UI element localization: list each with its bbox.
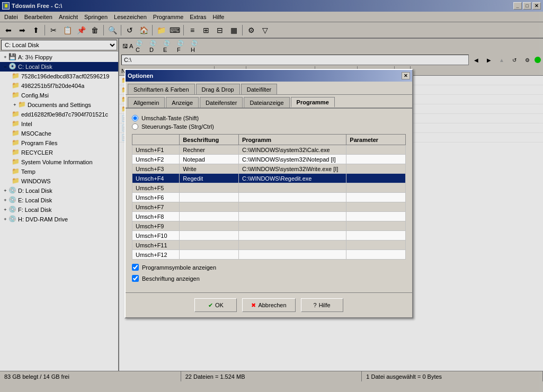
radio-steuerung-row: Steuerungs-Taste (Strg/Ctrl) (132, 123, 406, 130)
cancel-label: Abbrechen (258, 302, 286, 308)
tab-dateifilter[interactable]: Dateifilter (241, 84, 277, 94)
table-row-f8[interactable]: Umsch+F8 (132, 212, 406, 221)
th-param[interactable]: Parameter (346, 135, 406, 145)
program-f5 (238, 183, 346, 193)
ok-icon: ✔ (208, 302, 213, 309)
checkbox-labels-row: Beschriftung anzeigen (132, 275, 406, 282)
checkbox-icons-label: Programmsymbole anzeigen (142, 264, 216, 271)
key-f4: Umsch+F4 (132, 174, 180, 183)
program-f12 (238, 250, 346, 260)
table-row-f5[interactable]: Umsch+F5 (132, 183, 406, 193)
help-icon: ? (314, 302, 317, 308)
tab-drag-drop[interactable]: Drag & Drop (196, 84, 240, 94)
shortcut-table: Beschriftung Programm Parameter Umsch+F1… (132, 134, 406, 260)
param-f3 (346, 164, 406, 174)
program-f7 (238, 202, 346, 212)
program-f3: C:\WINDOWS\system32\Write.exe [I] (238, 164, 346, 174)
param-f6 (346, 193, 406, 202)
table-row-f11[interactable]: Umsch+F11 (132, 240, 406, 250)
help-label: Hilfe (319, 302, 331, 308)
checkbox-show-labels[interactable] (132, 275, 139, 282)
table-header-row: Beschriftung Programm Parameter (132, 135, 406, 145)
table-row-f6[interactable]: Umsch+F6 (132, 193, 406, 202)
tab-schriftarten[interactable]: Schriftarten & Farben (128, 84, 195, 94)
ok-label: OK (215, 302, 224, 308)
dialog-tabs-row2: Allgemein Anzeige Dateifenster Dateianze… (126, 95, 412, 109)
param-f1 (346, 145, 406, 155)
dialog-overlay: Optionen ✕ Schriftarten & Farben Drag & … (0, 0, 543, 392)
modifier-key-group: Umschalt-Taste (Shift) Steuerungs-Taste … (132, 115, 406, 130)
cancel-button[interactable]: ✖ Abbrechen (242, 298, 295, 312)
tab-dateianzeige[interactable]: Dateianzeige (244, 97, 289, 108)
radio-umschalt[interactable] (132, 115, 138, 121)
label-f3[interactable]: Write (180, 164, 239, 174)
label-f11[interactable] (180, 240, 239, 250)
table-row-f4[interactable]: Umsch+F4 Regedit C:\WINDOWS\Regedit.exe (132, 174, 406, 183)
radio-steuerung-label: Steuerungs-Taste (Strg/Ctrl) (141, 123, 214, 130)
key-f11: Umsch+F11 (132, 240, 180, 250)
program-f8 (238, 212, 346, 221)
table-row-f12[interactable]: Umsch+F12 (132, 250, 406, 260)
key-f9: Umsch+F9 (132, 221, 180, 231)
checkbox-show-icons[interactable] (132, 264, 139, 271)
param-f12 (346, 250, 406, 260)
table-row-f7[interactable]: Umsch+F7 (132, 202, 406, 212)
label-f7[interactable] (180, 202, 239, 212)
program-f4: C:\WINDOWS\Regedit.exe (238, 174, 346, 183)
label-f1[interactable]: Rechner (180, 145, 239, 155)
label-f6[interactable] (180, 193, 239, 202)
radio-umschalt-row: Umschalt-Taste (Shift) (132, 115, 406, 121)
dialog-close-button[interactable]: ✕ (402, 72, 410, 79)
label-f12[interactable] (180, 250, 239, 260)
tab-anzeige[interactable]: Anzeige (166, 97, 199, 108)
options-dialog: Optionen ✕ Schriftarten & Farben Drag & … (124, 69, 413, 318)
param-f10 (346, 231, 406, 240)
th-program[interactable]: Programm (238, 135, 346, 145)
dialog-buttons: ✔ OK ✖ Abbrechen ? Hilfe (126, 292, 412, 317)
key-f8: Umsch+F8 (132, 212, 180, 221)
program-f9 (238, 221, 346, 231)
key-f6: Umsch+F6 (132, 193, 180, 202)
program-f1: C:\WINDOWS\system32\Calc.exe (238, 145, 346, 155)
label-f10[interactable] (180, 231, 239, 240)
dialog-title-text: Optionen (128, 73, 153, 79)
param-f2 (346, 155, 406, 164)
param-f11 (346, 240, 406, 250)
th-key (132, 135, 180, 145)
dialog-title-bar: Optionen ✕ (126, 70, 412, 82)
key-f12: Umsch+F12 (132, 250, 180, 260)
program-f2: C:\WINDOWS\system32\Notepad [I] (238, 155, 346, 164)
label-f4[interactable]: Regedit (180, 174, 239, 183)
label-f8[interactable] (180, 212, 239, 221)
ok-button[interactable]: ✔ OK (194, 298, 237, 312)
shortcut-table-body: Umsch+F1 Rechner C:\WINDOWS\system32\Cal… (132, 145, 406, 260)
label-f9[interactable] (180, 221, 239, 231)
tab-allgemein[interactable]: Allgemein (128, 97, 165, 108)
th-label[interactable]: Beschriftung (180, 135, 239, 145)
param-f5 (346, 183, 406, 193)
key-f10: Umsch+F10 (132, 231, 180, 240)
table-row-f3[interactable]: Umsch+F3 Write C:\WINDOWS\system32\Write… (132, 164, 406, 174)
label-f2[interactable]: Notepad (180, 155, 239, 164)
program-f11 (238, 240, 346, 250)
checkbox-icons-row: Programmsymbole anzeigen (132, 264, 406, 271)
table-row-f10[interactable]: Umsch+F10 (132, 231, 406, 240)
tab-programme[interactable]: Programme (291, 97, 335, 108)
help-button[interactable]: ? Hilfe (301, 298, 343, 312)
dialog-content: Umschalt-Taste (Shift) Steuerungs-Taste … (126, 109, 412, 288)
radio-steuerung[interactable] (132, 123, 138, 130)
tab-dateifenster[interactable]: Dateifenster (200, 97, 243, 108)
table-row-f1[interactable]: Umsch+F1 Rechner C:\WINDOWS\system32\Cal… (132, 145, 406, 155)
key-f1: Umsch+F1 (132, 145, 180, 155)
label-f5[interactable] (180, 183, 239, 193)
program-f6 (238, 193, 346, 202)
table-row-f9[interactable]: Umsch+F9 (132, 221, 406, 231)
checkbox-labels-label: Beschriftung anzeigen (142, 275, 200, 282)
dialog-tabs-row1: Schriftarten & Farben Drag & Drop Dateif… (126, 82, 412, 95)
key-f7: Umsch+F7 (132, 202, 180, 212)
param-f7 (346, 202, 406, 212)
program-f10 (238, 231, 346, 240)
table-row-f2[interactable]: Umsch+F2 Notepad C:\WINDOWS\system32\Not… (132, 155, 406, 164)
cancel-icon: ✖ (251, 302, 256, 309)
radio-umschalt-label: Umschalt-Taste (Shift) (141, 115, 199, 121)
